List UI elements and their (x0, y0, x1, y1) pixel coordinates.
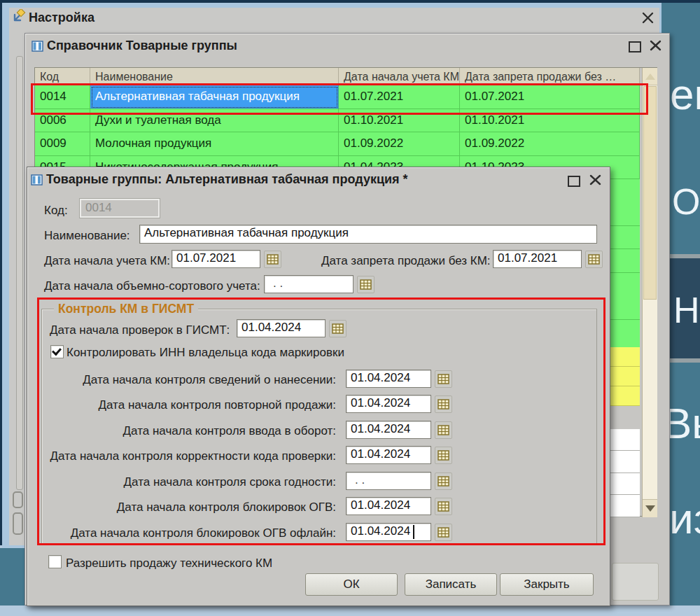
control-row-label: Дата начала контроля корректности кода п… (44, 449, 336, 463)
cell-name[interactable]: Молочная продукция (90, 132, 339, 156)
dialog-close-button[interactable] (589, 174, 603, 187)
code-field[interactable]: 0014 (80, 199, 160, 218)
close-button[interactable]: Закрыть (500, 573, 594, 596)
settings-window-title: Настройка (29, 10, 94, 25)
table-icon (31, 174, 43, 186)
side-splitter-grip[interactable] (13, 512, 23, 535)
volume-date-label: Дата начала объемно-сортового учета: (44, 279, 260, 293)
control-row-label: Дата начала контроля срока годности: (44, 475, 336, 489)
column-header-km-start[interactable]: Дата начала учета КМ (339, 68, 460, 85)
code-label: Код: (44, 204, 68, 218)
calendar-picker-button[interactable] (435, 396, 452, 413)
cell-sale-ban[interactable]: 01.09.2022 (460, 132, 640, 156)
control-row-field[interactable]: 01.04.2024 (346, 395, 431, 413)
catalog-maximize-button[interactable] (629, 41, 641, 52)
km-start-label: Дата начала учета КМ: (44, 254, 170, 268)
scrollbar-up-button[interactable] (643, 68, 657, 85)
gismt-check-label: Дата начала проверок в ГИСМТ: (50, 323, 230, 337)
calendar-picker-button[interactable] (329, 320, 346, 337)
control-row-field[interactable]: . . (346, 472, 431, 490)
volume-date-field[interactable]: . . (264, 275, 354, 293)
control-row-label: Дата начала контроля сведений о нанесени… (44, 373, 336, 387)
table-scrollbar[interactable] (642, 68, 657, 517)
control-row-field[interactable]: 01.04.2024 (346, 370, 431, 388)
side-splitter-strip[interactable] (16, 56, 23, 490)
control-row-field[interactable]: 01.04.2024 (346, 421, 431, 439)
screenshot-root: ен От Н Вы из Настройка (0, 0, 700, 616)
control-row-field[interactable]: 01.04.2024 (346, 523, 431, 541)
item-dialog: Товарные группы: Альтернативная табачная… (27, 167, 610, 606)
background-button-stub[interactable] (612, 563, 659, 601)
text-cursor (413, 525, 414, 539)
inn-checkbox-label: Контролировать ИНН владельца кода маркир… (66, 346, 344, 360)
calendar-picker-button[interactable] (357, 276, 374, 293)
scroll-down-icon (645, 505, 655, 512)
calendar-picker-button[interactable] (435, 421, 452, 439)
background-text-fragment: из (669, 497, 700, 540)
cell-name[interactable]: Духи и туалетная вода (90, 109, 339, 132)
table-icon (31, 40, 44, 52)
column-header-code[interactable]: Код (35, 68, 90, 85)
control-row-label: Дата начала контроля ввода в оборот: (44, 424, 336, 438)
catalog-window-title: Справочник Товарные группы (47, 38, 237, 53)
control-row-label: Дата начала контроля блокировок ОГВ: (44, 500, 336, 514)
scrollbar-down-button[interactable] (643, 499, 657, 517)
ok-button[interactable]: ОК (305, 573, 398, 596)
cell-code[interactable]: 0014 (35, 85, 90, 109)
control-group-title: Контроль КМ в ГИСМТ (54, 302, 198, 316)
cell-km-start[interactable]: 01.09.2022 (339, 132, 460, 156)
calendar-picker-button[interactable] (435, 447, 452, 464)
dialog-maximize-button[interactable] (568, 176, 580, 187)
gismt-check-field[interactable]: 01.04.2024 (237, 319, 326, 337)
background-text-fragment: ен (670, 73, 700, 116)
column-header-sale-ban[interactable]: Дата запрета продажи без … (460, 68, 640, 85)
settings-close-button[interactable] (640, 11, 656, 25)
calendar-picker-button[interactable] (435, 498, 452, 515)
tech-km-checkbox-label: Разрешить продажу технического КМ (66, 556, 272, 570)
control-row-field[interactable]: 01.04.2024 (346, 497, 431, 515)
cell-code[interactable]: 0009 (35, 132, 90, 156)
sale-ban-field[interactable]: 01.07.2021 (493, 250, 582, 268)
scroll-up-icon (645, 74, 655, 80)
scrollbar-thumb[interactable] (643, 86, 657, 300)
sale-ban-label: Дата запрета продажи без КМ: (321, 254, 489, 268)
item-dialog-title: Товарные группы: Альтернативная табачная… (46, 172, 408, 187)
cell-km-start[interactable]: 01.10.2021 (339, 109, 460, 132)
background-text-fragment: Н (673, 292, 700, 328)
cell-km-start[interactable]: 01.07.2021 (339, 85, 460, 109)
write-button[interactable]: Записать (405, 573, 497, 596)
calendar-picker-button[interactable] (585, 251, 603, 268)
name-field[interactable]: Альтернативная табачная продукция (139, 225, 597, 244)
form-icon (12, 9, 26, 23)
control-row-field[interactable]: 01.04.2024 (346, 446, 431, 464)
cell-name-selected[interactable]: Альтернативная табачная продукция (90, 85, 339, 109)
inn-checkbox[interactable] (50, 345, 64, 358)
cell-sale-ban[interactable]: 01.10.2021 (460, 109, 640, 132)
control-row-label: Дата начала контроля повторной продажи: (44, 398, 336, 412)
calendar-picker-button[interactable] (435, 524, 452, 541)
column-header-name[interactable]: Наименование (90, 68, 339, 85)
calendar-picker-button[interactable] (264, 251, 281, 268)
tech-km-checkbox[interactable] (48, 555, 62, 568)
calendar-picker-button[interactable] (435, 370, 452, 388)
km-start-field[interactable]: 01.07.2021 (172, 250, 260, 268)
calendar-picker-button[interactable] (435, 472, 452, 490)
cell-sale-ban[interactable]: 01.07.2021 (460, 85, 640, 109)
catalog-close-button[interactable] (649, 39, 663, 52)
cell-code[interactable]: 0006 (35, 109, 90, 132)
background-text-fragment: От (672, 183, 700, 220)
side-splitter-grip[interactable] (13, 491, 23, 508)
name-label: Наименование: (44, 229, 130, 243)
control-row-label: Дата начала контроля блокировок ОГВ офла… (44, 526, 336, 540)
